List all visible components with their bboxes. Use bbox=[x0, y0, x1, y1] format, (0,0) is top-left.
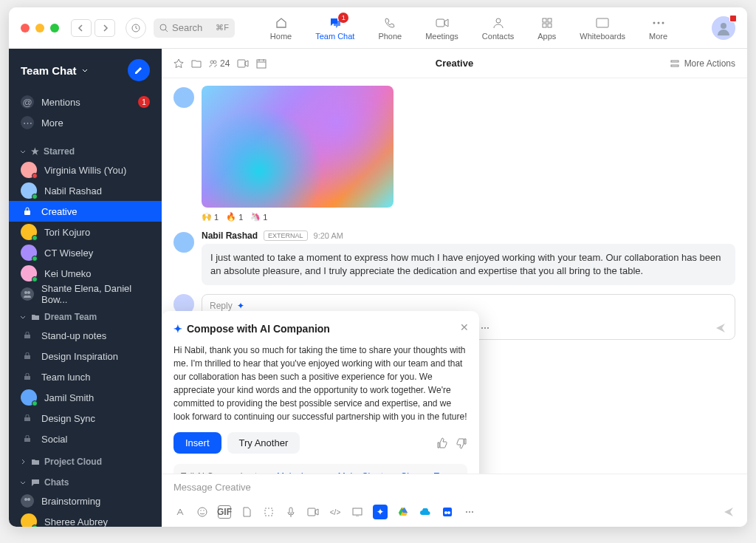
search-input[interactable]: Search ⌘F bbox=[154, 18, 235, 38]
lock-icon bbox=[21, 370, 34, 383]
star-icon[interactable] bbox=[173, 58, 184, 69]
lock-icon bbox=[21, 432, 34, 445]
calendar-icon[interactable] bbox=[256, 58, 267, 69]
sparkle-icon: ✦ bbox=[173, 323, 182, 335]
sidebar: Team Chat @ Mentions 1 ⋯ More ★ Starred bbox=[9, 49, 162, 527]
suggest-make-shorter[interactable]: Make Shorter bbox=[338, 471, 391, 474]
members-count[interactable]: 24 bbox=[209, 58, 230, 69]
sidebar-item[interactable]: Team lunch bbox=[9, 366, 162, 387]
sidebar-item[interactable]: Sheree Aubrey bbox=[9, 511, 162, 527]
box-icon[interactable] bbox=[441, 505, 454, 519]
send-icon[interactable] bbox=[722, 505, 735, 519]
svg-point-43 bbox=[203, 510, 204, 510]
thumbs-down-icon[interactable] bbox=[456, 437, 467, 449]
gif-icon[interactable]: GIF bbox=[218, 505, 231, 519]
tab-more[interactable]: More bbox=[649, 16, 667, 41]
section-dream-team[interactable]: Dream Team bbox=[9, 304, 162, 325]
sidebar-item[interactable]: Stand-up notes bbox=[9, 325, 162, 346]
minimize-window[interactable] bbox=[35, 24, 44, 33]
try-another-button[interactable]: Try Another bbox=[227, 432, 300, 454]
sidebar-item[interactable]: Social bbox=[9, 428, 162, 449]
sidebar-title: Team Chat bbox=[21, 64, 77, 77]
sidebar-item[interactable]: Brainstorming bbox=[9, 491, 162, 511]
section-starred[interactable]: ★ Starred bbox=[9, 139, 162, 160]
sidebar-item[interactable]: Jamil Smith bbox=[9, 387, 162, 408]
section-project-cloud[interactable]: Project Cloud bbox=[9, 449, 162, 470]
format-icon[interactable] bbox=[173, 505, 187, 519]
tab-home[interactable]: Home bbox=[270, 16, 292, 41]
tab-apps[interactable]: Apps bbox=[537, 16, 556, 41]
sidebar-item-creative[interactable]: Creative bbox=[9, 201, 162, 222]
sidebar-item[interactable]: Shante Elena, Daniel Bow... bbox=[9, 284, 162, 304]
search-shortcut: ⌘F bbox=[216, 23, 229, 33]
video-icon bbox=[435, 16, 450, 30]
svg-point-22 bbox=[27, 498, 30, 501]
sidebar-item[interactable]: Kei Umeko bbox=[9, 263, 162, 284]
more-icon[interactable]: ⋯ bbox=[478, 321, 492, 335]
code-icon[interactable]: </> bbox=[329, 505, 342, 519]
folder-icon[interactable] bbox=[191, 59, 202, 68]
section-label: Dream Team bbox=[44, 312, 97, 322]
svg-point-49 bbox=[444, 511, 447, 514]
maximize-window[interactable] bbox=[50, 24, 59, 33]
svg-rect-30 bbox=[671, 65, 678, 66]
video-icon[interactable] bbox=[237, 59, 249, 68]
message: Nabil Rashad EXTERNAL 9:20 AM I just wan… bbox=[173, 230, 735, 285]
insert-button[interactable]: Insert bbox=[173, 432, 221, 454]
more-actions[interactable]: More Actions bbox=[684, 58, 735, 69]
record-icon[interactable] bbox=[306, 505, 320, 519]
tab-label: Apps bbox=[537, 32, 556, 41]
send-icon[interactable] bbox=[714, 321, 727, 335]
sidebar-item[interactable]: Design Sync bbox=[9, 408, 162, 428]
sidebar-item[interactable]: CT Wiseley bbox=[9, 242, 162, 263]
suggest-make-longer[interactable]: Make Longer bbox=[277, 471, 328, 474]
section-chats[interactable]: Chats bbox=[9, 470, 162, 491]
nav-forward[interactable] bbox=[94, 19, 115, 37]
sidebar-item[interactable]: Design Inspiration bbox=[9, 346, 162, 366]
svg-rect-45 bbox=[289, 508, 292, 513]
close-icon[interactable]: ✕ bbox=[460, 321, 469, 333]
reaction[interactable]: 🙌 1 bbox=[202, 212, 219, 222]
chat-icon bbox=[31, 479, 40, 486]
ai-sparkle-icon[interactable]: ✦ bbox=[373, 505, 388, 519]
svg-rect-17 bbox=[24, 355, 30, 359]
tab-label: Contacts bbox=[482, 32, 514, 41]
nav-back[interactable] bbox=[71, 19, 92, 37]
tab-team-chat[interactable]: 1 Team Chat bbox=[315, 16, 354, 41]
image-attachment[interactable] bbox=[202, 86, 394, 208]
more-icon[interactable]: ⋯ bbox=[463, 505, 476, 519]
tab-whiteboards[interactable]: Whiteboards bbox=[580, 16, 625, 41]
emoji-icon[interactable] bbox=[196, 505, 209, 519]
tab-meetings[interactable]: Meetings bbox=[425, 16, 458, 41]
svg-point-10 bbox=[657, 21, 659, 24]
svg-rect-6 bbox=[543, 24, 546, 27]
svg-point-25 bbox=[210, 61, 213, 64]
screen-icon[interactable] bbox=[351, 505, 364, 519]
thumbs-up-icon[interactable] bbox=[436, 437, 448, 449]
screenshot-icon[interactable] bbox=[262, 505, 275, 519]
gdrive-icon[interactable] bbox=[396, 505, 410, 519]
sidebar-item-label: Stand-up notes bbox=[41, 330, 106, 341]
apps-icon bbox=[540, 16, 554, 30]
sidebar-item[interactable]: Nabil Rashad bbox=[9, 180, 162, 201]
sidebar-item[interactable]: Tori Kojuro bbox=[9, 222, 162, 242]
tab-label: More bbox=[649, 32, 667, 41]
onedrive-icon[interactable] bbox=[419, 505, 432, 519]
compose-input[interactable]: Message Creative bbox=[162, 474, 747, 500]
tab-contacts[interactable]: Contacts bbox=[482, 16, 514, 41]
sidebar-item[interactable]: Virginia Willis (You) bbox=[9, 160, 162, 180]
user-avatar[interactable] bbox=[712, 16, 735, 40]
file-icon[interactable] bbox=[240, 505, 253, 519]
history-button[interactable] bbox=[126, 18, 146, 38]
settings-icon[interactable] bbox=[670, 58, 680, 69]
reaction[interactable]: 🦄 1 bbox=[250, 212, 267, 222]
sidebar-item-label: Social bbox=[41, 434, 67, 445]
compose-button[interactable] bbox=[128, 59, 150, 81]
sidebar-mentions[interactable]: @ Mentions 1 bbox=[9, 92, 162, 112]
mic-icon[interactable] bbox=[284, 505, 298, 519]
sidebar-more[interactable]: ⋯ More bbox=[9, 112, 162, 133]
close-window[interactable] bbox=[21, 24, 30, 33]
tab-phone[interactable]: Phone bbox=[378, 16, 402, 41]
reactions: 🙌 1 🔥 1 🦄 1 bbox=[202, 212, 735, 222]
reaction[interactable]: 🔥 1 bbox=[226, 212, 243, 222]
